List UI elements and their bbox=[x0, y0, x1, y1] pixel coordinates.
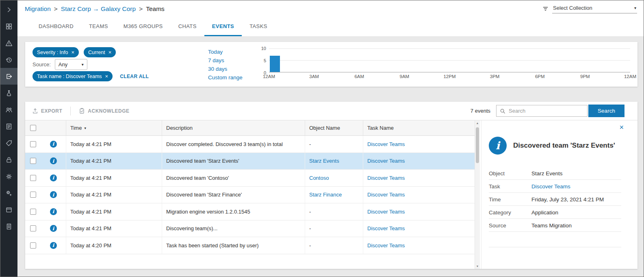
sidebar-item-reports[interactable] bbox=[0, 118, 17, 135]
tab-teams[interactable]: TEAMS bbox=[81, 17, 116, 36]
filter-panel: Severity : Info × Current × Source: Any … bbox=[25, 42, 637, 87]
column-header-object-name[interactable]: Object Name bbox=[305, 120, 363, 135]
table-row[interactable]: i Today at 4:21 PM Discovered team 'Cont… bbox=[25, 170, 475, 187]
filter-chip-current[interactable]: Current × bbox=[84, 47, 116, 57]
task-name-link[interactable]: Discover Teams bbox=[363, 203, 475, 220]
sidebar-item-alerts[interactable] bbox=[0, 35, 17, 51]
vertical-scrollbar[interactable]: ▲ ▼ bbox=[475, 120, 480, 269]
column-header-time[interactable]: Time ▾ bbox=[66, 120, 162, 135]
source-dropdown[interactable]: Any ▾ bbox=[55, 59, 87, 70]
chart-x-tick: 6PM bbox=[535, 74, 545, 79]
info-icon[interactable]: i bbox=[50, 225, 57, 232]
table-row-selected[interactable]: i Today at 4:21 PM Discovered team 'Star… bbox=[25, 153, 475, 170]
sidebar-item-users[interactable] bbox=[0, 101, 17, 118]
range-30-days[interactable]: 30 days bbox=[208, 65, 256, 73]
scrollbar-thumb[interactable] bbox=[476, 127, 479, 163]
info-icon[interactable]: i bbox=[50, 157, 57, 164]
select-all-checkbox[interactable] bbox=[30, 125, 36, 131]
object-name-cell[interactable]: Starz Finance bbox=[305, 187, 363, 203]
gridline bbox=[269, 48, 630, 49]
sidebar-toggle[interactable] bbox=[0, 1, 17, 18]
object-name-cell[interactable]: Contoso bbox=[305, 170, 363, 186]
row-checkbox[interactable] bbox=[30, 209, 36, 215]
task-name-link[interactable]: Discover Teams bbox=[363, 220, 475, 237]
time-cell: Today at 4:21 PM bbox=[66, 203, 162, 220]
filter-chip-label: Severity : Info bbox=[37, 50, 68, 55]
close-icon[interactable]: × bbox=[108, 50, 112, 55]
task-name-link[interactable]: Discover Teams bbox=[363, 170, 475, 186]
row-checkbox[interactable] bbox=[30, 192, 36, 198]
sidebar-item-security[interactable] bbox=[0, 151, 17, 168]
scroll-down-icon[interactable]: ▼ bbox=[476, 265, 479, 268]
funnel-filter-icon bbox=[542, 6, 549, 12]
tab-chats[interactable]: CHATS bbox=[171, 17, 204, 36]
sidebar-item-tags[interactable] bbox=[0, 135, 17, 151]
sidebar-item-discovery[interactable] bbox=[0, 85, 17, 101]
sidebar-item-settings[interactable] bbox=[0, 168, 17, 185]
close-icon[interactable]: × bbox=[619, 124, 624, 131]
filter-chip-severity[interactable]: Severity : Info × bbox=[33, 47, 79, 57]
task-name-link[interactable]: Discover Teams bbox=[363, 136, 475, 153]
row-checkbox[interactable] bbox=[30, 141, 36, 147]
select-collection-dropdown[interactable]: Select Collection ▾ bbox=[552, 4, 637, 13]
export-icon bbox=[32, 108, 38, 114]
close-icon[interactable]: × bbox=[105, 74, 108, 79]
column-header-description[interactable]: Description bbox=[162, 120, 305, 135]
tab-dashboard[interactable]: DASHBOARD bbox=[31, 17, 81, 36]
search-input[interactable] bbox=[508, 107, 584, 114]
field-value: Teams Migration bbox=[531, 222, 572, 229]
table-row[interactable]: i Today at 4:21 PM Discover completed. D… bbox=[25, 136, 475, 153]
task-name-link[interactable]: Discover Teams bbox=[531, 183, 570, 190]
chart-x-axis: 12AM 3AM 6AM 9AM 12PM 3PM 6PM 9PM 12AM bbox=[269, 74, 630, 81]
breadcrumb-separator: > bbox=[54, 5, 58, 13]
field-label: Time bbox=[489, 196, 531, 203]
table-row[interactable]: i Today at 4:21 PM Migration engine vers… bbox=[25, 203, 475, 220]
info-icon[interactable]: i bbox=[50, 191, 57, 198]
table-row[interactable]: i Today at 4:20 PM Task has been started… bbox=[25, 237, 475, 254]
object-name-cell[interactable]: Starz Events bbox=[305, 153, 363, 170]
sidebar-item-dashboard[interactable] bbox=[0, 18, 17, 35]
filter-chip-task-name[interactable]: Task name : Discover Teams × bbox=[33, 71, 113, 81]
breadcrumb-current-page: Teams bbox=[146, 5, 165, 13]
content-area: Severity : Info × Current × Source: Any … bbox=[17, 36, 644, 277]
sidebar-item-history[interactable] bbox=[0, 51, 17, 68]
scroll-up-icon[interactable]: ▲ bbox=[476, 122, 479, 124]
tab-m365-groups[interactable]: M365 GROUPS bbox=[116, 17, 171, 36]
row-checkbox[interactable] bbox=[30, 225, 36, 231]
acknowledge-label: ACKNOWLEDGE bbox=[88, 108, 129, 114]
range-custom[interactable]: Custom range bbox=[208, 73, 256, 82]
table-row[interactable]: i Today at 4:21 PM Discovering team(s)..… bbox=[25, 220, 475, 238]
close-icon[interactable]: × bbox=[71, 50, 74, 55]
info-icon[interactable]: i bbox=[50, 208, 57, 215]
tab-tasks[interactable]: TASKS bbox=[242, 17, 275, 36]
sidebar-item-services[interactable] bbox=[0, 185, 17, 201]
info-icon[interactable]: i bbox=[50, 242, 57, 249]
tab-events[interactable]: EVENTS bbox=[204, 17, 242, 36]
row-checkbox[interactable] bbox=[30, 175, 36, 181]
range-today[interactable]: Today bbox=[208, 48, 256, 56]
info-icon[interactable]: i bbox=[50, 141, 57, 148]
sidebar-item-projects[interactable] bbox=[0, 201, 17, 218]
info-icon[interactable]: i bbox=[50, 174, 57, 181]
acknowledge-button[interactable]: ACKNOWLEDGE bbox=[79, 108, 129, 114]
chevron-down-icon: ▾ bbox=[82, 62, 84, 67]
search-button[interactable]: Search bbox=[588, 105, 624, 117]
sidebar-item-documents[interactable] bbox=[0, 218, 17, 235]
clear-all-button[interactable]: CLEAR ALL bbox=[120, 74, 149, 79]
toolbar-divider bbox=[70, 107, 71, 116]
breadcrumb-separator: > bbox=[139, 5, 143, 13]
task-name-link[interactable]: Discover Teams bbox=[363, 187, 475, 203]
column-header-task-name[interactable]: Task Name bbox=[363, 120, 475, 135]
breadcrumb-migration[interactable]: Migration bbox=[25, 5, 51, 13]
breadcrumb-project[interactable]: Starz Corp → Galaxy Corp bbox=[61, 5, 136, 13]
description-cell: Discovered team 'Starz Events' bbox=[162, 153, 305, 170]
table-row[interactable]: i Today at 4:21 PM Discovered team 'Star… bbox=[25, 187, 475, 204]
row-checkbox[interactable] bbox=[30, 242, 36, 249]
range-7-days[interactable]: 7 days bbox=[208, 56, 256, 65]
row-checkbox[interactable] bbox=[30, 158, 36, 164]
task-name-link[interactable]: Discover Teams bbox=[363, 153, 475, 170]
task-name-link[interactable]: Discover Teams bbox=[363, 237, 475, 254]
export-button[interactable]: EXPORT bbox=[32, 108, 62, 114]
sidebar-item-events[interactable] bbox=[0, 68, 17, 85]
chart-x-tick: 3PM bbox=[490, 74, 500, 79]
